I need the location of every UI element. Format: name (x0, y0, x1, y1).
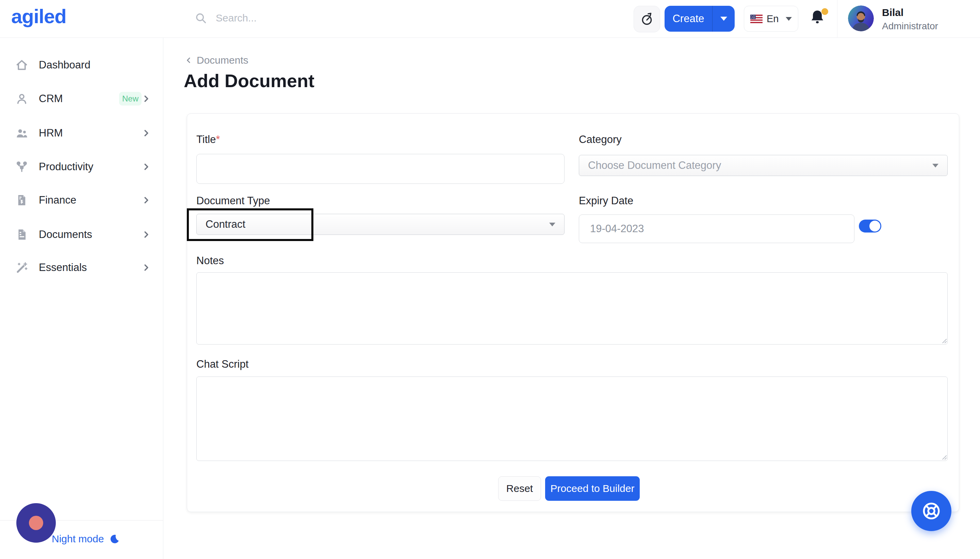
expiry-date-input[interactable] (579, 215, 855, 243)
help-button[interactable] (911, 491, 952, 531)
sidebar-divider (163, 38, 163, 559)
document-type-selected-value: Contract (206, 218, 245, 230)
create-button[interactable]: Create (665, 6, 735, 31)
screen-recorder-bubble[interactable] (16, 503, 56, 542)
moon-icon (109, 534, 119, 544)
user-icon (15, 92, 28, 106)
user-role: Administrator (882, 21, 938, 31)
app-root: { "header": { "logo_text": "agiled", "se… (0, 0, 980, 559)
home-icon (15, 58, 28, 72)
chevron-right-icon (141, 230, 152, 241)
toggle-knob (869, 221, 880, 232)
document-type-select[interactable]: Contract (196, 214, 564, 235)
sidebar-item-label: Documents (39, 228, 92, 241)
expiry-toggle[interactable] (859, 220, 881, 233)
notes-label: Notes (196, 255, 224, 267)
sidebar-item-crm[interactable]: CRM New (0, 86, 163, 111)
notification-dot (822, 8, 828, 15)
night-mode-toggle[interactable]: Night mode (52, 533, 119, 545)
time-tracker-button[interactable] (634, 6, 660, 32)
branch-icon (15, 160, 28, 174)
reset-button[interactable]: Reset (498, 476, 541, 501)
user-name: Bilal (882, 7, 938, 19)
create-button-label: Create (665, 6, 712, 31)
category-selected-value: Choose Document Category (588, 159, 721, 172)
chevron-right-icon (141, 195, 152, 207)
avatar (848, 5, 874, 31)
chevron-right-icon (141, 263, 152, 274)
sidebar-item-label: Finance (39, 194, 76, 206)
record-dot (29, 516, 43, 530)
chevron-left-icon (185, 56, 193, 64)
new-badge: New (119, 92, 142, 106)
chevron-right-icon (141, 162, 152, 173)
sidebar-item-finance[interactable]: Finance (0, 188, 163, 212)
proceed-to-builder-button[interactable]: Proceed to Builder (545, 476, 640, 501)
global-search (195, 8, 393, 28)
lifebuoy-icon (921, 500, 942, 522)
breadcrumb[interactable]: Documents (185, 55, 248, 66)
app-logo[interactable]: agiled (11, 5, 66, 28)
sidebar-item-productivity[interactable]: Productivity (0, 155, 163, 179)
language-selector[interactable]: En (744, 6, 798, 31)
us-flag-icon (750, 15, 762, 23)
expiry-date-label: Expiry Date (579, 195, 633, 207)
breadcrumb-label: Documents (197, 55, 248, 66)
title-label: Title* (196, 134, 220, 146)
page-title: Add Document (184, 70, 314, 91)
chat-script-textarea[interactable] (196, 377, 948, 461)
wand-icon (15, 261, 28, 275)
sidebar-item-dashboard[interactable]: Dashboard (0, 53, 163, 77)
category-select[interactable]: Choose Document Category (579, 155, 948, 176)
night-mode-label: Night mode (52, 533, 104, 545)
user-menu[interactable]: Bilal Administrator (848, 5, 938, 31)
chevron-right-icon (141, 128, 152, 140)
chevron-right-icon (141, 94, 152, 105)
chevron-down-icon (786, 17, 792, 21)
sidebar-item-hrm[interactable]: HRM (0, 121, 163, 146)
sidebar-item-label: CRM (39, 93, 63, 105)
create-dropdown-toggle[interactable] (713, 6, 735, 31)
user-info: Bilal Administrator (882, 5, 938, 31)
category-label: Category (579, 134, 622, 146)
chevron-down-icon (549, 223, 555, 227)
sidebar-item-label: Dashboard (39, 59, 91, 71)
search-input[interactable] (215, 8, 393, 28)
users-icon (15, 126, 28, 140)
sidebar-item-label: HRM (39, 127, 63, 139)
chat-script-label: Chat Script (196, 358, 248, 370)
chevron-down-icon (720, 17, 727, 21)
chevron-down-icon (932, 164, 939, 167)
language-label: En (767, 13, 779, 25)
document-type-label: Document Type (196, 195, 270, 207)
title-label-text: Title (196, 134, 216, 146)
notes-textarea[interactable] (196, 272, 948, 344)
notifications-button[interactable] (809, 9, 828, 30)
sidebar-item-essentials[interactable]: Essentials (0, 255, 163, 280)
sidebar-item-documents[interactable]: Documents (0, 222, 163, 247)
invoice-icon (15, 194, 28, 207)
sidebar-item-label: Essentials (39, 261, 87, 274)
required-asterisk: * (216, 134, 220, 146)
sidebar-item-label: Productivity (39, 161, 93, 173)
stopwatch-icon (640, 12, 654, 26)
file-icon (15, 228, 28, 241)
header: agiled Create (0, 0, 980, 38)
title-input[interactable] (196, 154, 564, 184)
search-icon (195, 12, 207, 24)
